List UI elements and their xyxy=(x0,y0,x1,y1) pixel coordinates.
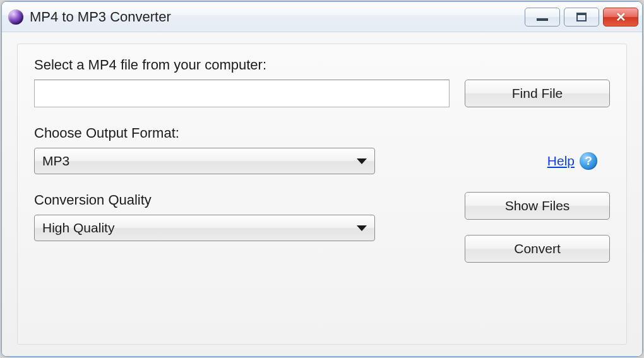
window-controls: ✕ xyxy=(525,8,638,27)
main-panel: Select a MP4 file from your computer: Fi… xyxy=(17,44,627,345)
app-icon xyxy=(8,9,23,25)
action-buttons: Show Files Convert xyxy=(465,192,610,263)
help-area: Help ? xyxy=(547,152,597,170)
titlebar[interactable]: MP4 to MP3 Converter ✕ xyxy=(2,2,642,32)
window-title: MP4 to MP3 Converter xyxy=(30,9,525,25)
help-icon[interactable]: ? xyxy=(580,152,597,170)
format-section: Choose Output Format: MP3 Help ? xyxy=(34,125,610,174)
quality-left: Conversion Quality High Quality xyxy=(34,192,375,241)
format-row: MP3 Help ? xyxy=(34,148,610,174)
chevron-down-icon xyxy=(357,158,367,164)
find-file-button[interactable]: Find File xyxy=(465,80,610,107)
chevron-down-icon xyxy=(357,225,367,231)
application-window: MP4 to MP3 Converter ✕ Select a MP4 file… xyxy=(1,1,643,357)
file-path-input[interactable] xyxy=(34,80,450,107)
minimize-button[interactable] xyxy=(525,8,560,27)
close-icon: ✕ xyxy=(616,9,626,25)
file-row: Find File xyxy=(34,80,610,107)
quality-section: Conversion Quality High Quality Show Fil… xyxy=(34,192,610,263)
quality-value: High Quality xyxy=(42,220,357,236)
close-button[interactable]: ✕ xyxy=(603,8,638,27)
client-area: Select a MP4 file from your computer: Fi… xyxy=(2,32,642,356)
maximize-button[interactable] xyxy=(564,8,599,27)
file-select-label: Select a MP4 file from your computer: xyxy=(34,57,610,73)
quality-label: Conversion Quality xyxy=(34,192,375,208)
help-link[interactable]: Help xyxy=(547,153,575,169)
quality-dropdown[interactable]: High Quality xyxy=(34,215,375,241)
output-format-value: MP3 xyxy=(42,153,357,169)
maximize-icon xyxy=(576,13,587,21)
output-format-label: Choose Output Format: xyxy=(34,125,610,141)
minimize-icon xyxy=(537,18,548,21)
show-files-button[interactable]: Show Files xyxy=(465,192,610,220)
convert-button[interactable]: Convert xyxy=(465,235,610,263)
output-format-dropdown[interactable]: MP3 xyxy=(34,148,375,174)
